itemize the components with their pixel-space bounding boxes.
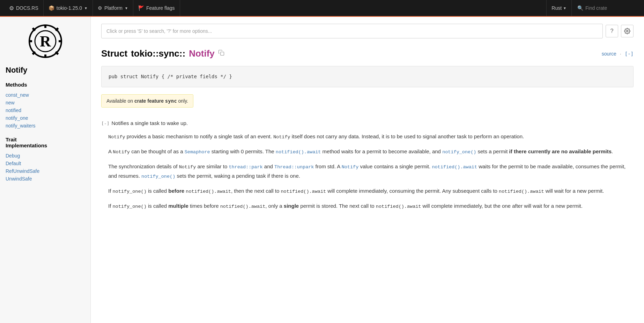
- source-link[interactable]: source: [602, 51, 616, 57]
- notify-link-inline[interactable]: Notify: [342, 164, 359, 170]
- description-body: Notify provides a basic mechanism to not…: [101, 132, 634, 211]
- clipboard-icon: [218, 50, 224, 56]
- svg-rect-1: [44, 24, 46, 28]
- description-para-4: If notify_one() is called before notifie…: [108, 186, 634, 196]
- search-settings-button[interactable]: [621, 25, 634, 37]
- semaphore-link[interactable]: Semaphore: [185, 149, 210, 155]
- platform-link[interactable]: ⚙ Platform ▼: [93, 0, 133, 16]
- docs-rs-label: DOCS.RS: [16, 5, 38, 11]
- search-input[interactable]: [101, 24, 603, 38]
- crate-icon: 📦: [49, 5, 54, 11]
- trait-impl-section-title: TraitImplementations: [6, 137, 85, 148]
- page-title: Struct tokio::sync::Notify: [101, 48, 224, 59]
- search-help-button[interactable]: ?: [606, 25, 618, 37]
- copy-path-icon[interactable]: [218, 50, 224, 58]
- rust-dropdown-icon: ▼: [563, 6, 567, 10]
- sidebar-item-refunwindsafe[interactable]: RefUnwindSafe: [6, 167, 85, 175]
- module-path: tokio::sync::: [131, 48, 185, 59]
- sidebar-item-unwindsafe[interactable]: UnwindSafe: [6, 175, 85, 183]
- feature-flags-link[interactable]: 🚩 Feature flags: [133, 0, 180, 16]
- rust-label: Rust: [552, 5, 562, 11]
- type-name: Notify: [189, 48, 215, 59]
- sidebar-item-new[interactable]: new: [6, 99, 85, 107]
- find-crate-search[interactable]: 🔍: [571, 0, 640, 16]
- feature-notice: Available on crate feature sync only.: [101, 94, 193, 108]
- notified-await-link-2[interactable]: notified().await: [432, 164, 477, 170]
- sidebar-item-default[interactable]: Default: [6, 160, 85, 167]
- sidebar-item-notify-waiters[interactable]: notify_waiters: [6, 122, 85, 130]
- description-para-1: Notify provides a basic mechanism to not…: [108, 132, 634, 141]
- top-navigation: ⚙ DOCS.RS 📦 tokio-1.25.0 ▼ ⚙ Platform ▼ …: [0, 0, 644, 17]
- description-para-3: The synchronization details of Notify ar…: [108, 162, 634, 181]
- svg-rect-3: [29, 40, 32, 42]
- thread-unpark-link[interactable]: Thread::unpark: [274, 164, 314, 170]
- svg-text:R: R: [40, 33, 51, 50]
- description-para-2: A Notify can be thought of as a Semaphor…: [108, 147, 634, 156]
- feature-flags-icon: 🚩: [138, 5, 144, 11]
- sidebar-item-const-new[interactable]: const_new: [6, 91, 85, 99]
- crate-version-label: tokio-1.25.0: [57, 5, 82, 11]
- methods-section-title: Methods: [6, 82, 85, 88]
- feature-flags-label: Feature flags: [146, 5, 175, 11]
- sidebar-item-notify-one[interactable]: notify_one: [6, 114, 85, 122]
- struct-definition-block: pub struct Notify { /* private fields */…: [101, 66, 634, 87]
- thread-park-link[interactable]: thread::park: [229, 164, 262, 170]
- main-content: ? Struct tokio::sync::Notify: [91, 17, 644, 323]
- page-header: Struct tokio::sync::Notify source · [-]: [101, 48, 634, 59]
- sidebar-title: Notify: [6, 66, 85, 75]
- crate-dropdown-icon: ▼: [84, 6, 88, 10]
- docs-rs-icon: ⚙: [9, 5, 14, 12]
- sidebar-item-debug[interactable]: Debug: [6, 152, 85, 160]
- find-crate-input[interactable]: [585, 5, 634, 11]
- description-short: Notifies a single task to wake up.: [111, 119, 187, 128]
- platform-dropdown-icon: ▼: [125, 6, 128, 10]
- gear-icon: [624, 28, 630, 34]
- sidebar: R Notify Methods const_new new notified …: [0, 17, 91, 323]
- notified-await-link-1[interactable]: notified().await: [276, 149, 321, 155]
- collapse-button[interactable]: [-]: [625, 51, 634, 57]
- description-collapse-toggle[interactable]: [-]: [101, 121, 109, 126]
- search-area: ?: [101, 24, 634, 38]
- crate-version-link[interactable]: 📦 tokio-1.25.0 ▼: [44, 0, 93, 16]
- rust-selector[interactable]: Rust ▼: [546, 0, 571, 16]
- svg-rect-4: [59, 40, 62, 42]
- svg-point-11: [627, 30, 628, 32]
- svg-rect-2: [44, 54, 46, 58]
- struct-keyword: Struct: [101, 48, 127, 59]
- notify-one-link-1[interactable]: notify_one(): [442, 149, 476, 155]
- docs-rs-link[interactable]: ⚙ DOCS.RS: [4, 0, 44, 16]
- platform-label: Platform: [104, 5, 123, 11]
- platform-icon: ⚙: [98, 5, 102, 11]
- rust-logo-container: R: [6, 24, 85, 59]
- struct-code: pub struct Notify { /* private fields */…: [109, 74, 232, 79]
- description-para-5: If notify_one() is called multiple times…: [108, 201, 634, 211]
- page-actions: source · [-]: [602, 51, 634, 57]
- notify-one-link-2[interactable]: notify_one(): [141, 174, 175, 179]
- rust-logo: R: [28, 24, 63, 59]
- svg-rect-12: [221, 52, 224, 56]
- sidebar-item-notified[interactable]: notified: [6, 107, 85, 114]
- search-icon: 🔍: [577, 5, 583, 11]
